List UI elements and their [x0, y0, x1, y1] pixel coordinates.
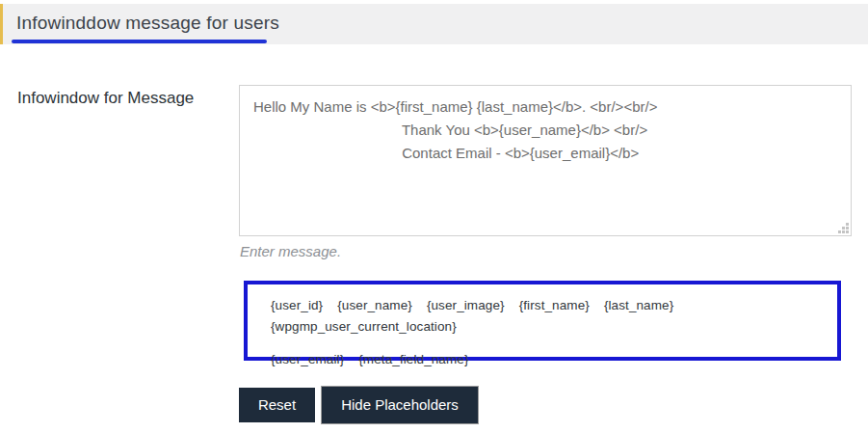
placeholder-last-name: {last_name} [604, 295, 673, 316]
page-title: Infowinddow message for users [3, 4, 279, 34]
button-row: Reset Hide Placeholders [239, 385, 852, 424]
infowindow-message-textarea[interactable]: Hello My Name is <b>{first_name} {last_n… [239, 85, 852, 236]
message-textarea-wrap: Hello My Name is <b>{first_name} {last_n… [239, 85, 852, 236]
infowindow-message-label: Infowindow for Message [17, 89, 194, 108]
reset-button[interactable]: Reset [239, 388, 315, 422]
placeholders-row-2: {user_email} {meta_field_name} [271, 349, 837, 370]
placeholder-user-name: {user_name} [337, 295, 412, 316]
section-header: Infowinddow message for users [0, 4, 868, 44]
hide-placeholders-button[interactable]: Hide Placeholders [321, 386, 479, 424]
placeholder-meta-field-name: {meta_field_name} [358, 349, 468, 370]
placeholder-wpgmp-user-current-location: {wpgmp_user_current_location} [271, 316, 457, 338]
enter-message-hint: Enter message. [240, 243, 852, 259]
placeholder-user-email: {user_email} [271, 349, 344, 370]
placeholders-box: {user_id} {user_name} {user_image} {firs… [244, 281, 841, 361]
field-column: Hello My Name is <b>{first_name} {last_n… [239, 85, 852, 424]
placeholder-first-name: {first_name} [519, 295, 590, 316]
placeholders-row-1: {user_id} {user_name} {user_image} {firs… [271, 295, 837, 338]
placeholder-user-id: {user_id} [271, 295, 323, 316]
title-underline [12, 40, 267, 43]
textarea-resize-grip-icon[interactable] [838, 223, 849, 233]
placeholder-user-image: {user_image} [427, 295, 505, 316]
